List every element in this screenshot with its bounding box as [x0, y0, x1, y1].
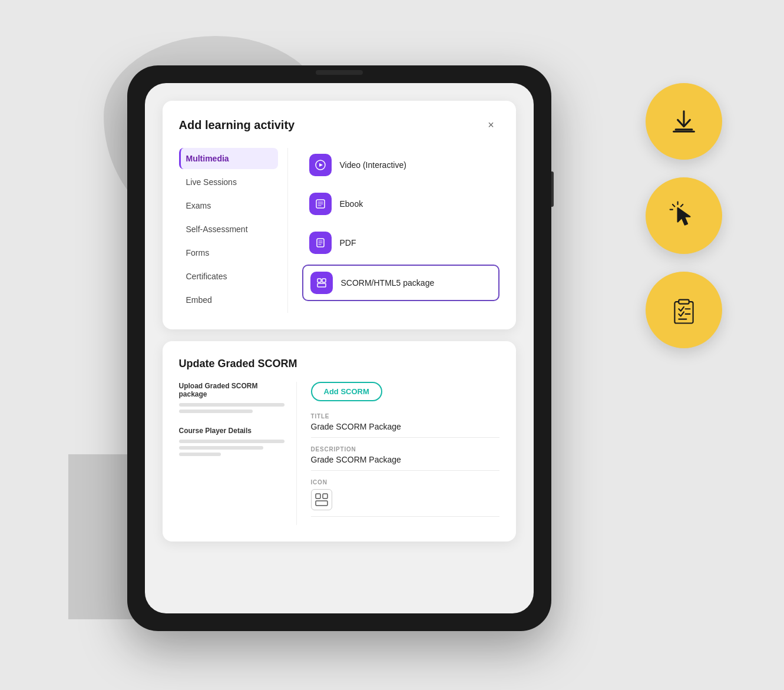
nav-item-certificates[interactable]: Certificates	[179, 266, 278, 287]
svg-rect-8	[316, 501, 328, 506]
upload-line-2	[179, 410, 253, 413]
option-ebook[interactable]: Ebook	[302, 187, 499, 221]
icon-field-group: ICON	[311, 479, 499, 517]
option-scorm[interactable]: SCORM/HTML5 package	[302, 265, 499, 301]
scorm-icon	[310, 272, 333, 294]
download-icon	[669, 106, 699, 137]
nav-item-forms[interactable]: Forms	[179, 242, 278, 263]
option-pdf-label: PDF	[340, 238, 356, 247]
scene: Add learning activity × Multimedia Live …	[68, 36, 716, 655]
nav-item-live-sessions[interactable]: Live Sessions	[179, 171, 278, 193]
modal-header: Add learning activity ×	[179, 117, 499, 134]
option-scorm-label: SCORM/HTML5 package	[341, 278, 435, 288]
ebook-icon	[309, 193, 332, 215]
scorm-right-panel: Add SCORM TITLE Grade SCORM Package DESC…	[297, 382, 499, 525]
video-icon	[309, 154, 332, 176]
modal-title: Add learning activity	[179, 118, 295, 132]
svg-rect-9	[323, 494, 328, 498]
nav-item-self-assessment[interactable]: Self-Assessment	[179, 219, 278, 240]
svg-line-12	[680, 204, 682, 206]
modal-options: Video (Interactive) Ebook	[288, 148, 499, 313]
click-circle	[646, 177, 722, 254]
title-field-label: TITLE	[311, 413, 499, 420]
course-line-3	[179, 453, 221, 456]
svg-rect-7	[316, 494, 320, 498]
add-learning-modal: Add learning activity × Multimedia Live …	[163, 101, 516, 329]
tablet-camera	[316, 70, 363, 75]
svg-rect-15	[679, 299, 689, 303]
title-field-value: Grade SCORM Package	[311, 422, 499, 431]
upload-label: Upload Graded SCORM package	[179, 382, 285, 398]
option-video[interactable]: Video (Interactive)	[302, 148, 499, 182]
description-field-label: DESCRIPTION	[311, 446, 499, 453]
scorm-panel-title: Update Graded SCORM	[179, 358, 499, 370]
checklist-circle	[646, 272, 722, 348]
tablet-content: Add learning activity × Multimedia Live …	[145, 83, 534, 613]
checklist-icon	[669, 295, 699, 325]
description-field-group: DESCRIPTION Grade SCORM Package	[311, 446, 499, 471]
modal-body: Multimedia Live Sessions Exams Self-Asse…	[179, 148, 499, 313]
circle-container	[646, 83, 722, 348]
download-circle	[646, 83, 722, 160]
svg-line-10	[672, 204, 674, 206]
icon-preview	[311, 489, 332, 510]
description-field-value: Grade SCORM Package	[311, 455, 499, 464]
option-video-label: Video (Interactive)	[340, 160, 406, 170]
icon-field-label: ICON	[311, 479, 499, 486]
option-ebook-label: Ebook	[340, 199, 363, 209]
title-field-group: TITLE Grade SCORM Package	[311, 413, 499, 438]
tablet-screen: Add learning activity × Multimedia Live …	[145, 83, 534, 613]
scorm-left-panel: Upload Graded SCORM package Course Playe…	[179, 382, 297, 525]
scorm-body: Upload Graded SCORM package Course Playe…	[179, 382, 499, 525]
modal-nav: Multimedia Live Sessions Exams Self-Asse…	[179, 148, 288, 313]
course-line-1	[179, 440, 285, 443]
option-pdf[interactable]: PDF	[302, 226, 499, 260]
tablet-frame: Add learning activity × Multimedia Live …	[127, 65, 551, 631]
upload-line-1	[179, 403, 285, 407]
nav-item-exams[interactable]: Exams	[179, 195, 278, 216]
course-player-label: Course Player Details	[179, 427, 285, 435]
modal-close-button[interactable]: ×	[483, 117, 499, 134]
svg-rect-6	[317, 283, 326, 287]
nav-item-embed[interactable]: Embed	[179, 289, 278, 311]
svg-rect-4	[317, 279, 321, 282]
scorm-panel: Update Graded SCORM Upload Graded SCORM …	[163, 341, 516, 542]
cursor-icon	[669, 200, 699, 231]
svg-rect-5	[322, 279, 326, 282]
nav-item-multimedia[interactable]: Multimedia	[179, 148, 278, 169]
add-scorm-button[interactable]: Add SCORM	[311, 382, 382, 401]
tablet-button	[551, 171, 554, 207]
course-line-2	[179, 446, 263, 450]
pdf-icon	[309, 232, 332, 254]
svg-marker-1	[319, 163, 323, 167]
